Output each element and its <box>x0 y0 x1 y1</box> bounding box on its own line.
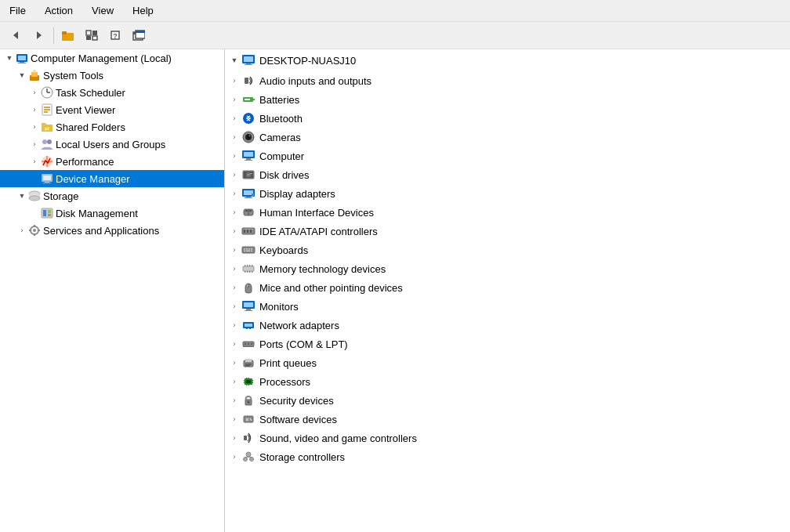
disk-drives-icon <box>241 167 256 183</box>
header-computer-icon <box>241 52 256 68</box>
keyboards-expand: › <box>228 244 241 256</box>
memory-icon <box>241 261 256 277</box>
tree-services[interactable]: › Services and Applications <box>0 222 224 239</box>
right-item-security[interactable]: › Security devices <box>225 391 790 410</box>
svg-rect-101 <box>247 271 248 273</box>
right-item-mice[interactable]: › Mice and other pointing devices <box>225 278 790 297</box>
svg-rect-105 <box>247 284 248 287</box>
tree-task-scheduler[interactable]: › Task Scheduler <box>0 84 224 101</box>
storage-expand: ▼ <box>16 190 28 202</box>
show-hide-button[interactable] <box>81 25 103 45</box>
tree-device-manager[interactable]: Device Manager <box>0 170 224 187</box>
tree-root[interactable]: ▼ Computer Management (Local) <box>0 49 224 67</box>
svg-point-117 <box>251 343 252 345</box>
device-manager-label: Device Manager <box>56 173 130 185</box>
svg-rect-89 <box>246 248 248 250</box>
network-icon <box>241 317 256 333</box>
svg-rect-130 <box>248 378 250 378</box>
menu-action[interactable]: Action <box>42 3 76 18</box>
svg-rect-66 <box>246 158 251 160</box>
root-icon <box>16 52 28 64</box>
menu-help[interactable]: Help <box>129 3 157 18</box>
ide-label: IDE ATA/ATAPI controllers <box>259 226 378 237</box>
software-devices-icon <box>241 411 256 427</box>
audio-expand: › <box>228 74 241 87</box>
tree-local-users[interactable]: › Local Users and Groups <box>0 136 224 153</box>
right-item-monitors[interactable]: › Monitors <box>225 297 790 316</box>
svg-rect-5 <box>92 31 97 35</box>
svg-point-29 <box>42 139 47 144</box>
right-item-processors[interactable]: › Processors <box>225 372 790 391</box>
svg-rect-140 <box>244 436 247 440</box>
right-item-batteries[interactable]: › Batteries <box>225 90 790 109</box>
storage-controllers-expand: › <box>228 451 241 463</box>
tree-system-tools[interactable]: ▼ System Tools <box>0 67 224 84</box>
right-item-audio[interactable]: › Audio inputs and outputs <box>225 71 790 90</box>
svg-rect-135 <box>248 402 249 404</box>
system-tools-label: System Tools <box>43 70 103 81</box>
storage-controllers-icon <box>241 449 256 465</box>
tree-disk-management[interactable]: Disk Management <box>0 204 224 222</box>
right-item-hid[interactable]: › Human Interface Devices <box>225 203 790 222</box>
svg-rect-84 <box>247 230 248 233</box>
event-viewer-label: Event Viewer <box>56 104 115 116</box>
svg-point-71 <box>248 174 249 176</box>
svg-rect-132 <box>248 385 250 385</box>
right-item-display-adapters[interactable]: › Display adapters <box>225 184 790 203</box>
right-item-storage-controllers[interactable]: › Storage controllers <box>225 447 790 466</box>
local-users-label: Local Users and Groups <box>56 139 165 150</box>
svg-rect-87 <box>242 247 255 253</box>
forward-button[interactable] <box>28 25 50 45</box>
disk-management-label: Disk Management <box>56 208 138 219</box>
ports-label: Ports (COM & LPT) <box>259 338 348 350</box>
back-button[interactable] <box>5 25 27 45</box>
right-item-print-queues[interactable]: › Print queues <box>225 353 790 372</box>
right-item-computer[interactable]: › Computer <box>225 147 790 165</box>
menu-file[interactable]: File <box>6 3 29 18</box>
tree-event-viewer[interactable]: › Event Viewer <box>0 101 224 118</box>
right-item-ide[interactable]: › IDE ATA/ATAPI controllers <box>225 222 790 241</box>
right-item-memory[interactable]: › Memory technology devices <box>225 259 790 278</box>
svg-rect-112 <box>246 327 248 329</box>
svg-rect-108 <box>246 309 251 310</box>
right-panel-header[interactable]: ▼ DESKTOP-NUASJ10 <box>225 49 790 71</box>
storage-icon <box>28 190 41 202</box>
monitors-expand: › <box>228 300 241 313</box>
svg-rect-92 <box>244 251 245 252</box>
right-item-bluetooth[interactable]: › Bluetooth <box>225 109 790 128</box>
root-label: Computer Management (Local) <box>31 52 172 64</box>
bluetooth-expand: › <box>228 112 241 125</box>
ide-icon <box>241 223 256 239</box>
tree-storage[interactable]: ▼ Storage <box>0 187 224 204</box>
svg-rect-3 <box>62 31 67 34</box>
svg-rect-120 <box>245 359 252 362</box>
task-scheduler-label: Task Scheduler <box>56 87 125 99</box>
svg-point-40 <box>29 196 40 201</box>
right-item-cameras[interactable]: › Cameras <box>225 128 790 147</box>
svg-rect-58 <box>245 99 250 100</box>
menu-view[interactable]: View <box>89 3 117 18</box>
device-manager-icon <box>41 172 53 185</box>
help-button[interactable]: ? <box>104 25 126 45</box>
svg-rect-88 <box>244 248 245 250</box>
toolbar: ? <box>0 22 790 49</box>
svg-rect-109 <box>245 310 252 311</box>
tree-performance[interactable]: › Performance <box>0 153 224 170</box>
new-window-button[interactable] <box>128 25 150 45</box>
right-item-ports[interactable]: › Ports (COM & LPT) <box>225 335 790 353</box>
task-scheduler-icon <box>41 86 53 99</box>
local-users-expand: › <box>28 138 41 150</box>
computer-icon <box>241 148 256 164</box>
tree-shared-folders[interactable]: › ⇄ Shared Folders <box>0 118 224 136</box>
right-item-sound[interactable]: › Sound, video and game controllers <box>225 429 790 447</box>
header-expand-icon: ▼ <box>228 54 241 67</box>
right-item-keyboards[interactable]: › Keyboards <box>225 241 790 259</box>
right-item-disk-drives[interactable]: › Disk drives <box>225 165 790 184</box>
folder-button[interactable] <box>57 25 79 45</box>
right-item-network[interactable]: › Network adapters <box>225 316 790 335</box>
audio-icon <box>241 73 256 89</box>
cameras-expand: › <box>228 131 241 143</box>
ide-expand: › <box>228 225 241 237</box>
svg-rect-43 <box>48 210 51 213</box>
right-item-software-devices[interactable]: › Software devices <box>225 410 790 429</box>
